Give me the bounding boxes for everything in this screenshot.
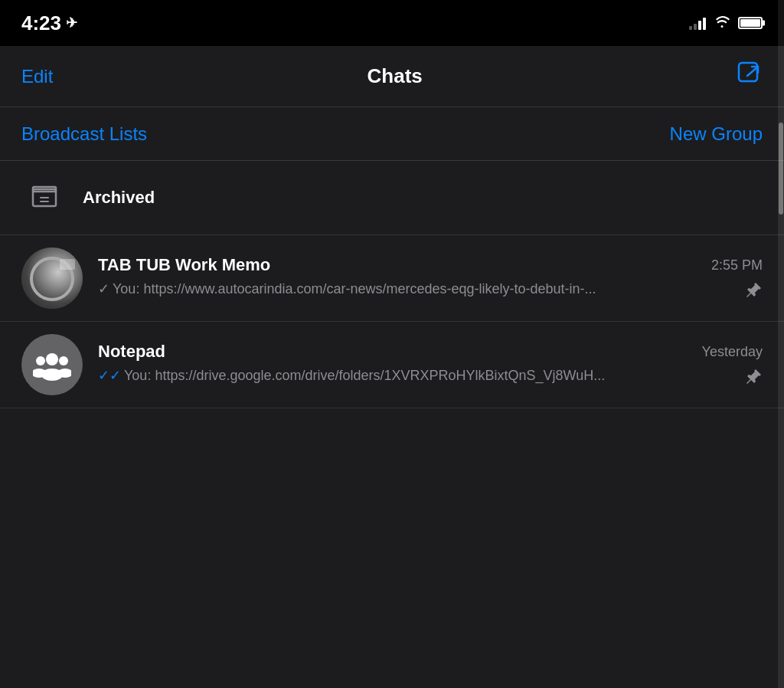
- avatar: [21, 334, 83, 395]
- chat-preview: ✓You: https://www.autocarindia.com/car-n…: [98, 280, 740, 299]
- archive-icon-wrap: [21, 175, 67, 221]
- signal-bars: [689, 16, 706, 30]
- edit-button[interactable]: Edit: [21, 66, 53, 87]
- chat-time: 2:55 PM: [711, 257, 763, 274]
- new-group-button[interactable]: New Group: [670, 123, 763, 145]
- signal-bar-1: [689, 26, 692, 30]
- archive-icon: [30, 183, 59, 212]
- double-checkmark-icon: ✓✓: [98, 368, 121, 383]
- svg-point-5: [36, 356, 45, 365]
- archived-label: Archived: [83, 188, 155, 208]
- svg-point-7: [59, 356, 68, 365]
- location-icon: ✈: [66, 15, 77, 31]
- chat-header: Notepad Yesterday: [98, 342, 763, 362]
- chat-preview-row: ✓You: https://www.autocarindia.com/car-n…: [98, 280, 763, 301]
- action-bar: Broadcast Lists New Group: [0, 107, 784, 161]
- status-bar: 4:23 ✈: [0, 0, 784, 46]
- svg-rect-0: [739, 63, 757, 81]
- battery-icon: [738, 17, 763, 29]
- svg-point-3: [46, 353, 58, 365]
- scrollbar-thumb: [779, 123, 783, 215]
- scrollbar[interactable]: [778, 0, 784, 688]
- nav-bar: Edit Chats: [0, 46, 784, 107]
- chat-preview-row: ✓✓You: https://drive.google.com/drive/fo…: [98, 366, 763, 388]
- page-title: Chats: [368, 64, 423, 88]
- chat-time: Yesterday: [702, 344, 763, 360]
- signal-bar-4: [703, 18, 706, 30]
- status-time: 4:23 ✈: [21, 11, 77, 35]
- signal-bar-3: [698, 21, 701, 30]
- avatar: [21, 247, 83, 309]
- compose-button[interactable]: [737, 61, 763, 92]
- pin-icon: [746, 368, 763, 388]
- chat-content: TAB TUB Work Memo 2:55 PM ✓You: https://…: [98, 255, 763, 301]
- group-icon: [33, 346, 71, 384]
- chat-row[interactable]: TAB TUB Work Memo 2:55 PM ✓You: https://…: [0, 235, 784, 322]
- time-display: 4:23: [21, 11, 61, 35]
- chat-name: Notepad: [98, 342, 165, 362]
- pin-icon: [746, 281, 763, 301]
- chat-row[interactable]: Notepad Yesterday ✓✓You: https://drive.g…: [0, 322, 784, 408]
- chat-preview: ✓✓You: https://drive.google.com/drive/fo…: [98, 366, 740, 385]
- signal-bar-2: [694, 24, 697, 30]
- battery-fill: [740, 19, 760, 27]
- archived-row[interactable]: Archived: [0, 161, 784, 235]
- chat-name: TAB TUB Work Memo: [98, 255, 270, 275]
- wifi-icon: [714, 15, 730, 32]
- chat-content: Notepad Yesterday ✓✓You: https://drive.g…: [98, 342, 763, 388]
- chat-header: TAB TUB Work Memo 2:55 PM: [98, 255, 763, 275]
- broadcast-lists-button[interactable]: Broadcast Lists: [21, 123, 147, 145]
- avatar-car-image: [21, 247, 83, 309]
- chat-list: Archived TAB TUB Work Memo 2:55 PM ✓You:…: [0, 161, 784, 408]
- checkmark-icon: ✓: [98, 281, 109, 296]
- status-icons: [689, 15, 763, 32]
